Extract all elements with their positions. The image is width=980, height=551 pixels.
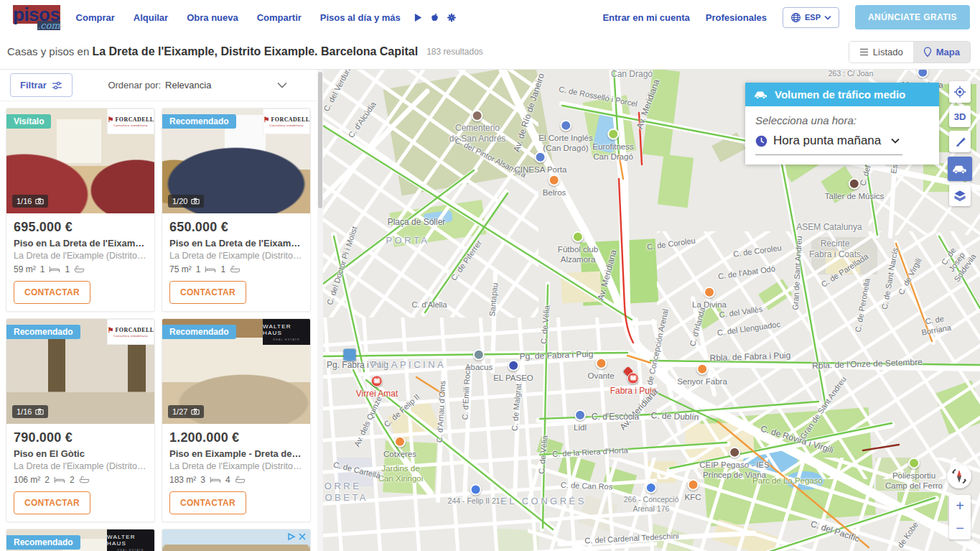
map-poi-label (344, 349, 356, 363)
results-count: 183 resultados (426, 47, 483, 57)
listing-card[interactable]: Visítalo ⚑FORCADELLConsultora inmobiliar… (6, 108, 155, 312)
sort-label: Ordenar por: (108, 80, 161, 91)
contact-button[interactable]: CONTACTAR (169, 281, 246, 304)
listing-photo[interactable]: Recomendado WALTER HAUSREAL ESTATE 1/27 (162, 319, 310, 424)
metro-station-label: MFabra i Puig (610, 373, 657, 397)
map-label: Jardins de Can Xiringoi (378, 463, 424, 484)
sliders-icon (52, 80, 62, 91)
listings-scrollbar[interactable] (317, 70, 323, 551)
pisos-logo[interactable]: pisos .com (13, 5, 60, 30)
map-label: Can Dragó (611, 70, 653, 80)
traffic-panel-body: Selecciona una hora: Hora punta mañana (745, 106, 939, 165)
view-toggle: Listado Mapa (849, 41, 971, 63)
map-label: C. del Pintor Alsamora (453, 136, 528, 180)
listing-size: 59 m² (14, 264, 36, 274)
ref-icon (470, 483, 482, 495)
listing-photo[interactable]: Recomendado WALTER HAUSREAL ESTATE 1/28 (6, 529, 154, 551)
contact-button[interactable]: CONTACTAR (14, 491, 90, 514)
map-label: C. de Vèlia (537, 435, 550, 475)
language-selector[interactable]: ESP (783, 7, 839, 28)
metro-station-label: MVirrei Amat (356, 376, 398, 399)
scrollbar-thumb[interactable] (318, 72, 322, 208)
nav-obra-nueva[interactable]: Obra nueva (187, 12, 238, 23)
map-poi-label (625, 368, 632, 376)
advertise-free-button[interactable]: ANÚNCIATE GRATIS (855, 5, 970, 29)
contact-button[interactable]: CONTACTAR (169, 491, 246, 514)
map-label: C. de Malgrat (510, 384, 523, 432)
view-list-button[interactable]: Listado (849, 42, 913, 62)
locate-button[interactable] (949, 81, 971, 103)
ad-card[interactable]: Arquitecto Gerona (162, 529, 311, 551)
map-poi-label: La Divina (692, 287, 727, 310)
zoom-in-button[interactable]: + (949, 495, 971, 517)
listing-title: Piso en La Dreta de l'Eixample (169, 238, 303, 249)
status-badge: Recomendado (162, 325, 236, 339)
map-label: C. de Borriana (912, 312, 959, 339)
poi-icon (687, 479, 699, 491)
listing-title: Piso en La Dreta de l'Eixample (14, 238, 147, 249)
listing-card[interactable]: Recomendado WALTER HAUSREAL ESTATE 1/27 … (162, 318, 311, 522)
pisos-app: pisos .com Comprar Alquilar Obra nueva C… (0, 0, 980, 551)
listing-photo[interactable]: Recomendado ⚑FORCADELLConsultora inmobil… (6, 319, 154, 424)
camera-icon (35, 408, 44, 415)
listing-photo[interactable]: Recomendado ⚑FORCADELLConsultora inmobil… (162, 108, 310, 213)
map-label: C. d'Emili Roca (460, 366, 473, 420)
locate-icon (953, 85, 966, 98)
map-label: C. de Josep Soldevila (935, 241, 978, 284)
map-label: C. de Peronella (854, 277, 873, 333)
ad-choices (287, 532, 307, 541)
compass-icon (948, 466, 970, 487)
photo-count: 1/20 (168, 195, 204, 208)
nav-pisos-al-dia[interactable]: Pisos al día y más (320, 12, 401, 23)
contact-button[interactable]: CONTACTAR (14, 281, 90, 304)
traffic-volume-panel: Volumen de tráfico medio Selecciona una … (745, 83, 939, 165)
hour-select-dropdown[interactable]: Hora punta mañana (755, 134, 902, 155)
poi-icon (704, 287, 715, 298)
nav-compartir[interactable]: Compartir (257, 12, 302, 23)
map-label: C. de Sant Narcís (880, 247, 901, 310)
traffic-layer-button[interactable] (948, 157, 972, 181)
3d-button[interactable]: 3D (949, 106, 971, 127)
compass-control[interactable] (947, 464, 971, 489)
clock-icon (755, 135, 767, 147)
ad-photo[interactable] (162, 529, 310, 551)
measure-angle-button[interactable] (949, 131, 971, 152)
listing-location: La Dreta de l'Eixample (Distrito Eixampl… (169, 251, 303, 261)
hour-selected-value: Hora punta mañana (773, 134, 881, 148)
huawei-icon[interactable] (447, 13, 457, 22)
login-link[interactable]: Entrar en mi cuenta (602, 12, 689, 23)
listing-card[interactable]: Recomendado WALTER HAUSREAL ESTATE 1/28 (6, 529, 155, 551)
listing-location: La Dreta de l'Eixample (Distrito Eixampl… (169, 461, 303, 471)
sort-value: Relevancia (165, 80, 211, 91)
listing-beds: 1 (196, 264, 201, 274)
listing-beds: 3 (200, 475, 205, 485)
poi-icon (849, 178, 860, 190)
map-poi-label: 266 - Concepció Arenal 176 (624, 482, 678, 514)
diamond-icon (623, 366, 633, 376)
sort-control[interactable]: Ordenar por: Relevancia (73, 80, 323, 91)
map-canvas[interactable]: C. del VerdunC. d'AlcúdiaCementerio de S… (323, 70, 980, 551)
map-poi-label: Poliesportiu Camp del Ferro (885, 458, 943, 491)
filter-button[interactable]: Filtrar (10, 73, 73, 97)
listings-panel: Filtrar Ordenar por: Relevancia Visítalo… (0, 70, 323, 551)
adchoices-icon[interactable] (287, 532, 296, 541)
listing-photo[interactable]: Visítalo ⚑FORCADELLConsultora inmobiliar… (6, 108, 154, 213)
map-label: TORRE LLOBETA (323, 481, 368, 504)
google-play-icon[interactable] (414, 13, 423, 22)
layers-button[interactable] (949, 185, 971, 206)
nav-alquilar[interactable]: Alquilar (134, 12, 168, 23)
listing-card[interactable]: Recomendado ⚑FORCADELLConsultora inmobil… (6, 318, 155, 522)
photo-count: 1/16 (12, 195, 48, 208)
nav-comprar[interactable]: Comprar (76, 12, 115, 23)
zoom-out-button[interactable]: − (949, 517, 971, 540)
map-label: C. de Dublín (650, 410, 699, 422)
close-icon[interactable] (298, 532, 307, 541)
view-map-button[interactable]: Mapa (913, 42, 970, 62)
area-icon (472, 110, 483, 121)
apple-icon[interactable] (430, 12, 439, 22)
measure-icon (954, 136, 966, 148)
chevron-down-icon[interactable] (277, 82, 287, 88)
listing-card[interactable]: Recomendado ⚑FORCADELLConsultora inmobil… (162, 108, 311, 312)
map-label: C. del Doctor Pi i Molist (325, 226, 360, 307)
professionals-link[interactable]: Profesionales (706, 12, 767, 23)
